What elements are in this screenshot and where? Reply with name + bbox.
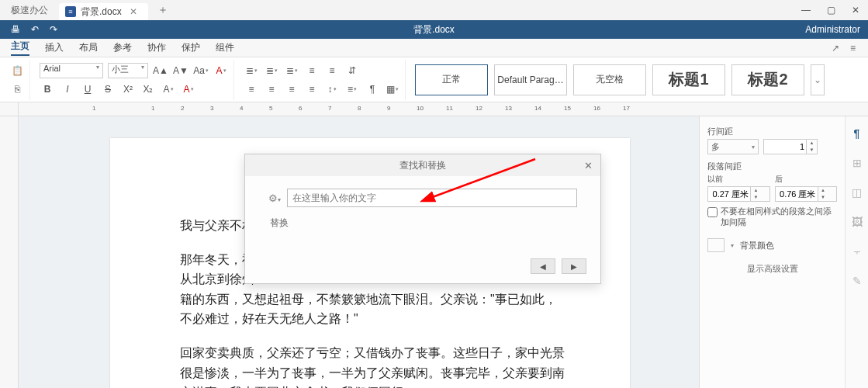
- paragraph-panel-icon[interactable]: ¶: [854, 127, 860, 140]
- find-prev-button[interactable]: ◀: [531, 258, 555, 274]
- superscript-button[interactable]: X²: [120, 81, 136, 97]
- horizontal-ruler[interactable]: 11234567891011121314151617: [19, 102, 868, 116]
- new-tab-button[interactable]: ＋: [157, 3, 168, 17]
- line-spacing-value[interactable]: ▲▼: [763, 139, 818, 154]
- paste-button[interactable]: 📋: [9, 63, 25, 78]
- tab-close-button[interactable]: ✕: [126, 6, 140, 17]
- style-heading2[interactable]: 标题2: [731, 64, 804, 95]
- header-panel-icon[interactable]: ◫: [852, 186, 862, 199]
- tab-components[interactable]: 组件: [216, 41, 234, 54]
- spacing-after-input[interactable]: [776, 187, 818, 201]
- paragraph-group: ≣▾ ≣▾ ≣▾ ≡ ≡ ⇵ ≡ ≡ ≡ ≡ ↕▾ ≡▾ ¶ ▦▾: [239, 60, 406, 100]
- multilevel-button[interactable]: ≣▾: [284, 63, 299, 78]
- close-window-button[interactable]: ✕: [843, 0, 868, 20]
- style-default-paragraph[interactable]: Default Parag…: [494, 64, 567, 95]
- bullets-button[interactable]: ≣▾: [244, 63, 259, 78]
- tab-collab[interactable]: 协作: [147, 41, 166, 54]
- spin-up[interactable]: ▲: [807, 140, 817, 147]
- bg-color-dropdown[interactable]: ▾: [731, 242, 734, 249]
- window-controls: — ▢ ✕: [794, 0, 868, 20]
- paragraph-marks-button[interactable]: ¶: [365, 81, 380, 97]
- bg-color-swatch[interactable]: [707, 238, 724, 252]
- paragraph-side-panel: 行间距 多▾ ▲▼ 段落间距 以前 ▲▼ 后 ▲▼: [699, 116, 845, 388]
- style-heading1[interactable]: 标题1: [652, 64, 725, 95]
- redo-button[interactable]: ↷: [50, 24, 57, 35]
- minimize-button[interactable]: —: [794, 0, 818, 20]
- shrink-font-button[interactable]: A▼: [173, 63, 188, 78]
- chart-panel-icon[interactable]: ⫟: [852, 245, 863, 258]
- vertical-ruler[interactable]: [0, 116, 19, 388]
- italic-button[interactable]: I: [60, 81, 75, 97]
- align-right-button[interactable]: ≡: [284, 81, 299, 97]
- line-spacing-button[interactable]: ↕▾: [324, 81, 340, 97]
- image-panel-icon[interactable]: 🖼: [852, 216, 863, 228]
- right-rail: ¶ ⊞ ◫ 🖼 ⫟ ✎: [845, 116, 868, 388]
- print-button[interactable]: 🖶: [11, 24, 20, 35]
- tab-reference[interactable]: 参考: [113, 41, 132, 54]
- font-color-button[interactable]: A▾: [181, 81, 196, 97]
- app-tab[interactable]: 极速办公: [0, 0, 59, 20]
- numbering-button[interactable]: ≣▾: [264, 63, 279, 78]
- spacing-before[interactable]: ▲▼: [707, 186, 770, 202]
- maximize-button[interactable]: ▢: [818, 0, 843, 20]
- styles-dropdown[interactable]: ⌄: [811, 64, 825, 95]
- highlight-color-button[interactable]: A▾: [161, 81, 176, 97]
- search-options-icon[interactable]: ⚙▾: [268, 192, 281, 204]
- signature-panel-icon[interactable]: ✎: [852, 275, 862, 287]
- after-label: 后: [775, 174, 838, 185]
- undo-button[interactable]: ↶: [31, 24, 39, 35]
- sort-button[interactable]: ⇵: [344, 63, 360, 78]
- expand-icon[interactable]: ↗: [832, 43, 839, 54]
- doc-icon: ≡: [65, 6, 76, 17]
- justify-button[interactable]: ≡: [304, 81, 320, 97]
- line-spacing-input[interactable]: [764, 140, 806, 154]
- line-spacing-type-select[interactable]: 多▾: [707, 139, 759, 154]
- increase-indent-button[interactable]: ≡: [324, 63, 340, 78]
- strike-button[interactable]: S: [100, 81, 116, 97]
- advanced-settings-link[interactable]: 显示高级设置: [707, 263, 837, 275]
- find-next-button[interactable]: ▶: [562, 258, 586, 274]
- font-size-select[interactable]: 小三 ▾: [108, 63, 148, 78]
- align-left-button[interactable]: ≡: [244, 81, 259, 97]
- paragraph[interactable]: 回家变卖典质，父亲还了亏空；又借钱办了丧事。这些日子，家中光景很是惨淡，一半为了…: [180, 343, 568, 388]
- grow-font-button[interactable]: A▲: [153, 63, 168, 78]
- decrease-indent-button[interactable]: ≡: [304, 63, 320, 78]
- dialog-close-button[interactable]: ✕: [584, 160, 593, 171]
- tab-protect[interactable]: 保护: [182, 41, 200, 54]
- table-panel-icon[interactable]: ⊞: [852, 157, 862, 169]
- document-tab-name: 背景.docx: [81, 5, 122, 19]
- document-title: 背景.docx: [413, 23, 455, 36]
- copy-button[interactable]: ⎘: [9, 81, 25, 97]
- bold-button[interactable]: B: [40, 81, 55, 97]
- bg-color-label: 背景颜色: [740, 240, 774, 251]
- before-label: 以前: [707, 174, 770, 185]
- align-center-button[interactable]: ≡: [264, 81, 279, 97]
- user-label[interactable]: Administrator: [805, 24, 868, 35]
- menu-icon[interactable]: ≡: [850, 43, 856, 54]
- menu-tabs: 主页 插入 布局 参考 协作 保护 组件 ↗ ≡: [0, 39, 868, 57]
- spin-down[interactable]: ▼: [807, 147, 817, 154]
- dialog-title: 查找和替换 ✕: [245, 154, 600, 176]
- style-normal[interactable]: 正常: [415, 64, 488, 95]
- style-no-spacing[interactable]: 无空格: [573, 64, 646, 95]
- tab-home[interactable]: 主页: [11, 40, 29, 56]
- spacing-after[interactable]: ▲▼: [775, 186, 838, 202]
- highlight-button[interactable]: A▾: [213, 63, 229, 78]
- quick-access-bar: 🖶 ↶ ↷ 背景.docx Administrator: [0, 20, 868, 39]
- font-name-select[interactable]: Arial ▾: [40, 63, 103, 78]
- subscript-button[interactable]: X₂: [140, 81, 156, 97]
- borders-button[interactable]: ▦▾: [385, 81, 400, 97]
- replace-link[interactable]: 替换: [270, 217, 577, 230]
- spacing-before-input[interactable]: [708, 187, 750, 201]
- search-input[interactable]: [287, 189, 577, 207]
- tab-insert[interactable]: 插入: [45, 41, 64, 54]
- find-replace-dialog: 查找和替换 ✕ ⚙▾ 替换 ◀ ▶: [244, 154, 601, 284]
- tab-layout[interactable]: 布局: [79, 41, 98, 54]
- no-space-checkbox-input[interactable]: [707, 207, 718, 217]
- shading-button[interactable]: ≡▾: [344, 81, 360, 97]
- change-case-button[interactable]: Aa▾: [193, 63, 209, 78]
- no-space-checkbox[interactable]: 不要在相同样式的段落之间添加间隔: [707, 206, 837, 227]
- underline-button[interactable]: U: [80, 81, 95, 97]
- font-group: Arial ▾ 小三 ▾ A▲ A▼ Aa▾ A▾ B I U S X² X₂ …: [35, 60, 234, 100]
- document-tab[interactable]: ≡ 背景.docx ✕: [59, 3, 148, 20]
